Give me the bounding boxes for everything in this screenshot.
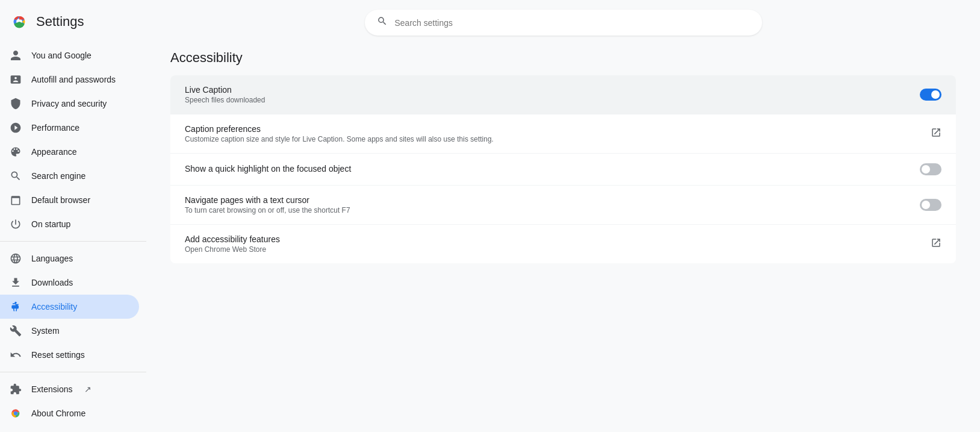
add-accessibility-external-link-icon bbox=[931, 237, 941, 251]
sidebar-item-label: Appearance bbox=[31, 147, 77, 157]
live-caption-desc: Speech files downloaded bbox=[185, 96, 920, 104]
sidebar-item-reset-settings[interactable]: Reset settings bbox=[0, 343, 139, 367]
sidebar-item-privacy[interactable]: Privacy and security bbox=[0, 92, 139, 116]
sidebar-item-default-browser[interactable]: Default browser bbox=[0, 188, 139, 212]
main-content: Accessibility Live Caption Speech files … bbox=[146, 0, 980, 432]
person-icon bbox=[10, 49, 22, 61]
svg-point-3 bbox=[14, 412, 18, 416]
globe-icon bbox=[10, 252, 22, 265]
add-accessibility-title: Add accessibility features bbox=[185, 234, 931, 244]
live-caption-toggle[interactable] bbox=[920, 89, 941, 101]
browser-icon bbox=[10, 194, 22, 206]
chrome-logo-icon bbox=[10, 12, 29, 31]
sidebar-item-system[interactable]: System bbox=[0, 319, 139, 343]
sidebar-item-performance[interactable]: Performance bbox=[0, 116, 139, 140]
caption-preferences-title: Caption preferences bbox=[185, 124, 931, 134]
quick-highlight-content: Show a quick highlight on the focused ob… bbox=[185, 164, 920, 175]
sidebar-header: Settings bbox=[0, 5, 146, 43]
sidebar-item-label: Default browser bbox=[31, 195, 90, 205]
quick-highlight-row[interactable]: Show a quick highlight on the focused ob… bbox=[170, 154, 956, 186]
page-title: Settings bbox=[36, 14, 84, 30]
speed-icon bbox=[10, 122, 22, 134]
search-bar-container bbox=[170, 10, 956, 36]
search-input[interactable] bbox=[395, 18, 750, 28]
add-accessibility-row[interactable]: Add accessibility features Open Chrome W… bbox=[170, 225, 956, 263]
sidebar-item-label: About Chrome bbox=[31, 409, 85, 418]
sidebar-divider-2 bbox=[0, 372, 146, 372]
sidebar-item-on-startup[interactable]: On startup bbox=[0, 212, 139, 236]
puzzle-icon bbox=[10, 383, 22, 395]
caption-preferences-row[interactable]: Caption preferences Customize caption si… bbox=[170, 114, 956, 154]
download-icon bbox=[10, 277, 22, 289]
sidebar-item-extensions[interactable]: Extensions ↗ bbox=[0, 377, 139, 401]
caption-preferences-desc: Customize caption size and style for Liv… bbox=[185, 135, 931, 143]
text-cursor-desc: To turn caret browsing on or off, use th… bbox=[185, 206, 920, 214]
sidebar-item-label: Search engine bbox=[31, 171, 85, 181]
caption-preferences-external-link-icon bbox=[931, 127, 941, 141]
search-icon bbox=[377, 16, 388, 30]
sidebar-item-appearance[interactable]: Appearance bbox=[0, 140, 139, 164]
sidebar-item-label: Reset settings bbox=[31, 350, 85, 360]
sidebar-item-label: You and Google bbox=[31, 51, 91, 60]
sidebar-item-accessibility[interactable]: Accessibility bbox=[0, 295, 139, 319]
quick-highlight-title: Show a quick highlight on the focused ob… bbox=[185, 164, 920, 174]
toggle-slider bbox=[920, 199, 941, 211]
accessibility-settings-card: Live Caption Speech files downloaded Cap… bbox=[170, 75, 956, 263]
accessibility-section-title: Accessibility bbox=[170, 50, 956, 66]
sidebar-item-label: Autofill and passwords bbox=[31, 75, 116, 84]
reset-icon bbox=[10, 349, 22, 361]
sidebar-item-downloads[interactable]: Downloads bbox=[0, 271, 139, 295]
sidebar-divider bbox=[0, 241, 146, 242]
text-cursor-title: Navigate pages with a text cursor bbox=[185, 195, 920, 205]
toggle-slider bbox=[920, 163, 941, 175]
accessibility-icon bbox=[10, 301, 22, 313]
add-accessibility-content: Add accessibility features Open Chrome W… bbox=[185, 234, 931, 254]
shield-icon bbox=[10, 98, 22, 110]
sidebar-item-label: Performance bbox=[31, 123, 79, 133]
toggle-slider bbox=[920, 89, 941, 101]
sidebar-item-you-and-google[interactable]: You and Google bbox=[0, 43, 139, 67]
wrench-icon bbox=[10, 325, 22, 337]
live-caption-content: Live Caption Speech files downloaded bbox=[185, 85, 920, 104]
text-cursor-toggle[interactable] bbox=[920, 199, 941, 211]
text-cursor-content: Navigate pages with a text cursor To tur… bbox=[185, 195, 920, 214]
add-accessibility-desc: Open Chrome Web Store bbox=[185, 245, 931, 254]
sidebar-item-label: Extensions bbox=[31, 384, 72, 394]
caption-preferences-content: Caption preferences Customize caption si… bbox=[185, 124, 931, 143]
search-icon bbox=[10, 170, 22, 182]
text-cursor-row[interactable]: Navigate pages with a text cursor To tur… bbox=[170, 186, 956, 225]
quick-highlight-toggle[interactable] bbox=[920, 163, 941, 175]
search-bar bbox=[365, 10, 762, 36]
badge-icon bbox=[10, 74, 22, 86]
sidebar-item-label: System bbox=[31, 326, 60, 336]
sidebar-item-search-engine[interactable]: Search engine bbox=[0, 164, 139, 188]
sidebar: Settings You and Google Autofill and pas… bbox=[0, 0, 146, 432]
sidebar-item-label: Privacy and security bbox=[31, 99, 107, 108]
live-caption-title: Live Caption bbox=[185, 85, 920, 95]
live-caption-row[interactable]: Live Caption Speech files downloaded bbox=[170, 75, 956, 114]
palette-icon bbox=[10, 146, 22, 158]
chrome-icon bbox=[10, 407, 22, 419]
external-link-icon: ↗ bbox=[84, 384, 91, 394]
power-icon bbox=[10, 218, 22, 230]
sidebar-item-about-chrome[interactable]: About Chrome bbox=[0, 401, 139, 425]
sidebar-item-label: On startup bbox=[31, 219, 70, 229]
sidebar-item-label: Languages bbox=[31, 254, 73, 263]
sidebar-item-label: Downloads bbox=[31, 278, 73, 287]
sidebar-item-languages[interactable]: Languages bbox=[0, 246, 139, 271]
sidebar-item-autofill[interactable]: Autofill and passwords bbox=[0, 67, 139, 92]
sidebar-item-label: Accessibility bbox=[31, 302, 77, 311]
